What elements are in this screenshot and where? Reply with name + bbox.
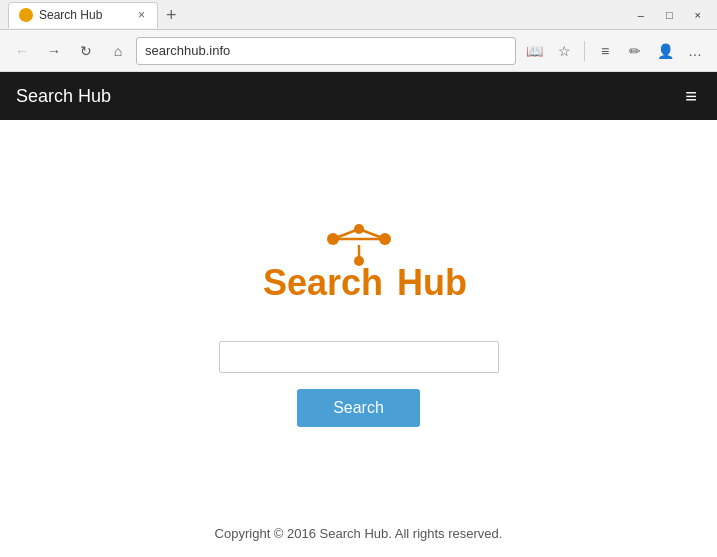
site-content: Search Hub Search <box>0 120 717 510</box>
forward-icon: → <box>47 43 61 59</box>
toolbar-separator <box>584 41 585 61</box>
browser-titlebar: Search Hub × + – □ × <box>0 0 717 30</box>
close-window-button[interactable]: × <box>687 7 709 23</box>
browser-toolbar: ← → ↻ ⌂ 📖 ☆ ≡ ✏ 👤 … <box>0 30 717 72</box>
refresh-icon: ↻ <box>80 43 92 59</box>
maximize-button[interactable]: □ <box>658 7 681 23</box>
svg-line-3 <box>333 229 359 239</box>
svg-text:Hub: Hub <box>397 262 467 303</box>
window-controls: – □ × <box>630 7 709 23</box>
home-icon: ⌂ <box>114 43 122 59</box>
svg-line-4 <box>359 229 385 239</box>
back-button[interactable]: ← <box>8 37 36 65</box>
more-menu-button[interactable]: … <box>681 37 709 65</box>
more-icon: … <box>688 43 702 59</box>
site-footer: Copyright © 2016 Search Hub. All rights … <box>0 510 717 557</box>
browser-toolbar-icons: 📖 ☆ ≡ ✏ 👤 … <box>520 37 709 65</box>
page-wrapper: Search Hub ≡ Search <box>0 72 717 557</box>
tab-favicon <box>19 8 33 22</box>
copyright-text: Copyright © 2016 Search Hub. All rights … <box>215 526 503 541</box>
favorites-button[interactable]: ☆ <box>550 37 578 65</box>
hub-button[interactable]: ≡ <box>591 37 619 65</box>
hub-icon: ≡ <box>601 43 609 59</box>
reader-view-button[interactable]: 📖 <box>520 37 548 65</box>
back-icon: ← <box>15 43 29 59</box>
search-button[interactable]: Search <box>297 389 420 427</box>
address-bar-container <box>136 37 516 65</box>
new-tab-button[interactable]: + <box>158 2 185 28</box>
site-header: Search Hub ≡ <box>0 72 717 120</box>
browser-tab[interactable]: Search Hub × <box>8 2 158 28</box>
home-button[interactable]: ⌂ <box>104 37 132 65</box>
star-icon: ☆ <box>558 43 571 59</box>
reader-icon: 📖 <box>526 43 543 59</box>
tab-title: Search Hub <box>39 8 130 22</box>
address-input[interactable] <box>145 43 507 58</box>
refresh-button[interactable]: ↻ <box>72 37 100 65</box>
search-input[interactable] <box>219 341 499 373</box>
annotate-button[interactable]: ✏ <box>621 37 649 65</box>
svg-text:Search: Search <box>263 262 383 303</box>
logo-area: Search Hub <box>249 223 469 317</box>
forward-button[interactable]: → <box>40 37 68 65</box>
tab-close-button[interactable]: × <box>136 8 147 22</box>
hamburger-menu-button[interactable]: ≡ <box>681 81 701 112</box>
profile-button[interactable]: 👤 <box>651 37 679 65</box>
annotate-icon: ✏ <box>629 43 641 59</box>
site-logo: Search Hub <box>249 223 469 313</box>
profile-icon: 👤 <box>657 43 674 59</box>
minimize-button[interactable]: – <box>630 7 652 23</box>
tab-bar: Search Hub × + <box>8 2 630 28</box>
site-title: Search Hub <box>16 86 111 107</box>
